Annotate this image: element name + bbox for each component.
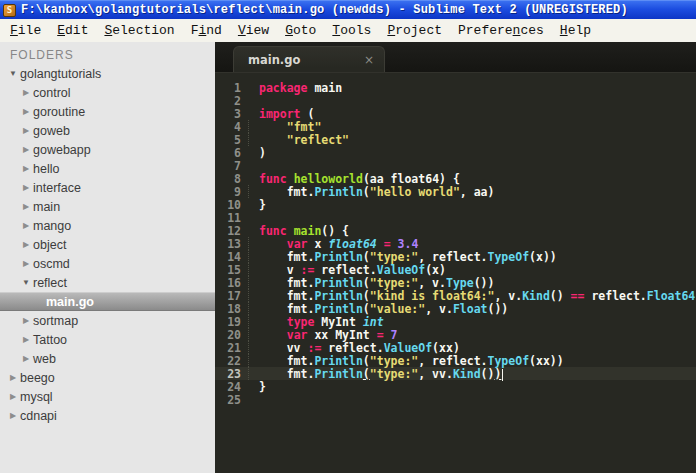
sidebar-item-main[interactable]: ▶main	[0, 197, 215, 216]
chevron-right-icon[interactable]: ▶	[19, 164, 33, 173]
code-line-8[interactable]: 8func helloworld(aa float64) {	[215, 172, 696, 185]
menu-edit[interactable]: Edit	[49, 21, 96, 40]
chevron-right-icon[interactable]: ▶	[19, 107, 33, 116]
sidebar-item-sortmap[interactable]: ▶sortmap	[0, 311, 215, 330]
sidebar-item-label: mysql	[20, 390, 53, 404]
sidebar-item-web[interactable]: ▶web	[0, 349, 215, 368]
code-line-19[interactable]: 19 type MyInt int	[215, 315, 696, 328]
chevron-right-icon[interactable]: ▶	[19, 354, 33, 363]
chevron-right-icon[interactable]: ▶	[6, 411, 20, 420]
code-text: var xx MyInt = 7	[245, 328, 696, 341]
sidebar-item-cdnapi[interactable]: ▶cdnapi	[0, 406, 215, 425]
chevron-right-icon[interactable]: ▶	[19, 316, 33, 325]
code-text: fmt.Println("type:", reflect.TypeOf(x))	[245, 250, 696, 263]
sidebar-item-object[interactable]: ▶object	[0, 235, 215, 254]
code-line-7[interactable]: 7	[215, 159, 696, 172]
code-line-3[interactable]: 3import (	[215, 107, 696, 120]
sidebar-item-interface[interactable]: ▶interface	[0, 178, 215, 197]
sidebar-item-goroutine[interactable]: ▶goroutine	[0, 102, 215, 121]
code-line-9[interactable]: 9 fmt.Println("hello world", aa)	[215, 185, 696, 198]
menu-find[interactable]: Find	[183, 21, 230, 40]
menu-preferences[interactable]: Preferences	[450, 21, 552, 40]
chevron-right-icon[interactable]: ▶	[19, 259, 33, 268]
code-area[interactable]: 1package main23import (4 "fmt"5 "reflect…	[215, 73, 696, 473]
sidebar-item-golangtutorials[interactable]: ▼golangtutorials	[0, 64, 215, 83]
sidebar-item-mysql[interactable]: ▶mysql	[0, 387, 215, 406]
code-text: func main() {	[245, 224, 696, 237]
code-line-5[interactable]: 5 "reflect"	[215, 133, 696, 146]
line-number: 16	[215, 276, 245, 289]
chevron-right-icon[interactable]: ▶	[19, 88, 33, 97]
close-icon[interactable]: ×	[364, 53, 374, 67]
menu-selection[interactable]: Selection	[96, 21, 182, 40]
menu-file[interactable]: File	[2, 21, 49, 40]
menu-help[interactable]: Help	[552, 21, 599, 40]
code-line-20[interactable]: 20 var xx MyInt = 7	[215, 328, 696, 341]
chevron-right-icon[interactable]: ▶	[19, 221, 33, 230]
sidebar-item-mango[interactable]: ▶mango	[0, 216, 215, 235]
sidebar: FOLDERS ▼golangtutorials▶control▶gorouti…	[0, 42, 215, 473]
chevron-right-icon[interactable]: ▶	[6, 373, 20, 382]
code-line-11[interactable]: 11	[215, 211, 696, 224]
code-line-15[interactable]: 15 v := reflect.ValueOf(x)	[215, 263, 696, 276]
sidebar-item-beego[interactable]: ▶beego	[0, 368, 215, 387]
code-line-2[interactable]: 2	[215, 94, 696, 107]
chevron-right-icon[interactable]: ▶	[6, 392, 20, 401]
chevron-right-icon[interactable]: ▶	[19, 145, 33, 154]
tab-bar: main.go ×	[215, 42, 696, 73]
chevron-right-icon[interactable]: ▶	[19, 335, 33, 344]
sidebar-item-goweb[interactable]: ▶goweb	[0, 121, 215, 140]
menu-goto[interactable]: Goto	[277, 21, 324, 40]
menu-tools[interactable]: Tools	[324, 21, 379, 40]
window-title: F:\kanbox\golangtutorials\reflect\main.g…	[21, 3, 628, 17]
sidebar-item-control[interactable]: ▶control	[0, 83, 215, 102]
sidebar-item-label: mango	[33, 219, 71, 233]
line-number: 11	[215, 211, 245, 224]
indent-guide	[248, 120, 249, 133]
code-line-14[interactable]: 14 fmt.Println("type:", reflect.TypeOf(x…	[215, 250, 696, 263]
code-line-1[interactable]: 1package main	[215, 81, 696, 94]
sidebar-item-reflect[interactable]: ▼reflect	[0, 273, 215, 292]
sidebar-item-oscmd[interactable]: ▶oscmd	[0, 254, 215, 273]
code-line-21[interactable]: 21 vv := reflect.ValueOf(xx)	[215, 341, 696, 354]
sidebar-item-gowebapp[interactable]: ▶gowebapp	[0, 140, 215, 159]
code-line-18[interactable]: 18 fmt.Println("value:", v.Float())	[215, 302, 696, 315]
menu-view[interactable]: View	[230, 21, 277, 40]
code-line-24[interactable]: 24}	[215, 380, 696, 393]
indent-guide	[248, 185, 249, 198]
folders-header: FOLDERS	[0, 42, 215, 64]
sidebar-item-main-go[interactable]: main.go	[0, 292, 215, 311]
chevron-down-icon[interactable]: ▼	[6, 69, 20, 78]
sidebar-item-label: web	[33, 352, 56, 366]
code-text: }	[245, 198, 696, 211]
code-line-17[interactable]: 17 fmt.Println("kind is float64:", v.Kin…	[215, 289, 696, 302]
chevron-right-icon[interactable]: ▶	[19, 240, 33, 249]
line-number: 9	[215, 185, 245, 198]
menu-project[interactable]: Project	[379, 21, 450, 40]
sidebar-item-hello[interactable]: ▶hello	[0, 159, 215, 178]
tab-main-go[interactable]: main.go ×	[233, 46, 385, 72]
code-text: fmt.Println("type:", vv.Kind())	[245, 367, 696, 380]
code-line-4[interactable]: 4 "fmt"	[215, 120, 696, 133]
code-line-22[interactable]: 22 fmt.Println("type:", reflect.TypeOf(x…	[215, 354, 696, 367]
sidebar-item-label: control	[33, 86, 71, 100]
code-line-25[interactable]: 25	[215, 393, 696, 406]
code-line-10[interactable]: 10}	[215, 198, 696, 211]
chevron-right-icon[interactable]: ▶	[19, 202, 33, 211]
sidebar-item-label: hello	[33, 162, 59, 176]
code-line-12[interactable]: 12func main() {	[215, 224, 696, 237]
sidebar-item-tattoo[interactable]: ▶Tattoo	[0, 330, 215, 349]
code-line-6[interactable]: 6)	[215, 146, 696, 159]
line-number: 24	[215, 380, 245, 393]
chevron-right-icon[interactable]: ▶	[19, 183, 33, 192]
code-line-23[interactable]: 23 fmt.Println("type:", vv.Kind())	[215, 367, 696, 380]
code-text	[245, 159, 696, 172]
code-line-16[interactable]: 16 fmt.Println("type:", v.Type())	[215, 276, 696, 289]
line-number: 25	[215, 393, 245, 406]
chevron-down-icon[interactable]: ▼	[19, 278, 33, 287]
line-number: 19	[215, 315, 245, 328]
code-line-13[interactable]: 13 var x float64 = 3.4	[215, 237, 696, 250]
chevron-right-icon[interactable]: ▶	[19, 126, 33, 135]
code-text: fmt.Println("type:", v.Type())	[245, 276, 696, 289]
sidebar-item-label: goroutine	[33, 105, 85, 119]
